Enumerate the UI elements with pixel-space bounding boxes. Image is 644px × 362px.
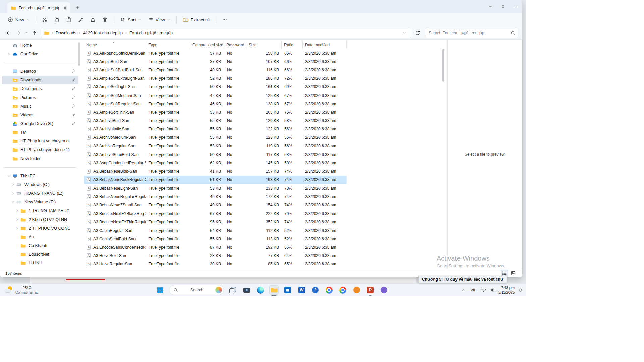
expander-chevron[interactable] [6, 86, 12, 92]
file-row[interactable]: AA3.ArchivoItalic.San TrueType font file… [84, 125, 347, 133]
language-indicator[interactable]: VIE [469, 285, 478, 295]
sidebar-item-documents[interactable]: Documents [2, 84, 78, 93]
column-header-ratio[interactable]: Ratio [282, 41, 303, 49]
sidebar-scrollbar[interactable] [78, 42, 80, 66]
sidebar-item-2-tt-phuc-vu-cong-dong[interactable]: 2 TT PHUC VU CONG DONG [2, 224, 78, 233]
recent-locations-button[interactable] [23, 28, 30, 38]
expander-chevron[interactable] [14, 260, 20, 266]
new-button[interactable]: New [5, 15, 33, 25]
sidebar-item-edusoftnet[interactable]: EdusoftNet [2, 250, 78, 259]
forward-button[interactable] [13, 28, 23, 38]
expander-chevron[interactable] [14, 208, 20, 214]
column-header-compressed-size[interactable]: Compressed size [190, 41, 224, 49]
column-header-password[interactable]: Password ... [224, 41, 246, 49]
taskbar-app-word[interactable]: W [297, 285, 306, 295]
file-row[interactable]: AA3.BoosterNextFYBlackReg-San TrueType f… [84, 209, 347, 218]
sidebar-item-new-folder[interactable]: New folder [2, 154, 78, 163]
file-row[interactable]: AA3.AmpleBold-San TrueType font file 37 … [84, 57, 347, 66]
file-row[interactable]: AA3.CabinSemiBold-San TrueType font file… [84, 235, 347, 243]
sidebar-item-h-linh[interactable]: H.LINH [2, 259, 78, 267]
sidebar-item-windows-c[interactable]: Windows (C:) [2, 180, 78, 189]
file-row[interactable]: AA3.BebasNeueZSmall-San TrueType font fi… [84, 201, 347, 209]
up-button[interactable] [30, 28, 39, 38]
taskbar-app-task-view[interactable] [228, 285, 237, 295]
column-header-date-modified[interactable]: Date modified [303, 41, 347, 49]
expander-chevron[interactable] [6, 51, 12, 57]
network-button[interactable] [481, 285, 486, 295]
expander-chevron[interactable] [10, 191, 16, 196]
taskbar-app-chrome-2[interactable] [338, 285, 347, 295]
close-button[interactable] [509, 0, 522, 13]
file-row[interactable]: AA3.AmpleSoftRegular-San TrueType font f… [84, 100, 347, 108]
sidebar-item-downloads[interactable]: Downloads [2, 76, 78, 84]
file-row[interactable]: AA3.AsapCondensedRegular-San TrueType fo… [84, 159, 347, 167]
address-input[interactable]: Downloads4129-font-chu-depzipFont chu ▯¢… [41, 28, 411, 38]
file-row[interactable]: AA3.CabinRegular-San TrueType font file … [84, 226, 347, 235]
thumbnail-view-button[interactable] [509, 270, 517, 277]
expander-chevron[interactable] [6, 77, 12, 83]
expander-chevron[interactable] [14, 252, 20, 257]
new-tab-button[interactable] [74, 4, 81, 11]
breadcrumb-segment[interactable]: Font chu ▯¢▯â –æe▯úp [128, 30, 174, 35]
paste-button[interactable] [63, 15, 74, 25]
explorer-tab[interactable]: Font chu ▯¢▯â –æe▯úp [7, 2, 70, 13]
address-dropdown-button[interactable] [400, 29, 408, 37]
delete-button[interactable] [99, 15, 111, 25]
file-row[interactable]: AA3.BebasNeueRegularRegular-San TrueType… [84, 192, 347, 201]
sort-button[interactable]: Sort [117, 15, 144, 25]
breadcrumb-segment[interactable]: 4129-font-chu-depzip [82, 31, 124, 35]
sidebar-item-2-khoa-qtvp-qlnn[interactable]: 2 Khoa QTVP QLNN [2, 215, 78, 224]
file-row[interactable]: AA3.EncodeSansCondensedRegular-... TrueT… [84, 243, 347, 251]
scrollbar-thumb[interactable] [442, 49, 444, 82]
taskbar-app-edge[interactable] [256, 285, 265, 295]
column-header-name[interactable]: Name [84, 41, 146, 49]
sidebar-item-home[interactable]: Home [2, 41, 78, 50]
file-row[interactable]: AA3.BebasNeueLight-San TrueType font fil… [84, 184, 347, 192]
taskbar-app-chrome-1[interactable] [324, 285, 334, 295]
breadcrumb-segment[interactable]: Downloads [55, 31, 77, 35]
sidebar-item-hoang-trang-e[interactable]: HOANG TRANG (E:) [2, 189, 78, 198]
sidebar-item-music[interactable]: Music [2, 102, 78, 111]
expander-chevron[interactable] [14, 234, 20, 240]
sidebar-item-tm[interactable]: TM [2, 128, 78, 137]
sidebar-item-new-volume-f[interactable]: New Volume (F:) [2, 198, 78, 206]
search-input[interactable] [429, 31, 508, 35]
taskbar-app-microsoft-store[interactable] [283, 285, 292, 295]
taskbar-app-app-dark[interactable] [242, 285, 251, 295]
file-row[interactable]: AA3.ArchivoBold-San TrueType font file 5… [84, 117, 347, 125]
expander-chevron[interactable] [14, 243, 20, 248]
expander-chevron[interactable] [6, 121, 12, 126]
start-button[interactable] [155, 285, 165, 295]
sidebar-item-co-khanh[interactable]: Co Khanh [2, 241, 78, 250]
file-row[interactable]: AA3.BebasNeueBold-San TrueType font file… [84, 167, 347, 176]
expander-chevron[interactable] [6, 147, 12, 153]
sidebar-item-ht-pl-va-chuyen-doi-so-11-images[interactable]: HT PL va chuyen doi so 11_Images [2, 145, 78, 154]
sidebar-item-1-trung-tam-phuc-vu-cong-don[interactable]: 1 TRUNG TAM PHUC VU CONG DON [2, 206, 78, 215]
more-options-button[interactable] [219, 15, 230, 25]
file-row[interactable]: AA3.HelveRegular-San TrueType font file … [84, 260, 347, 268]
expander-chevron[interactable] [6, 173, 12, 179]
expander-chevron[interactable] [6, 138, 12, 144]
sidebar-item-onedrive[interactable]: OneDrive [2, 50, 78, 58]
sidebar-item-this-pc[interactable]: This PC [2, 172, 78, 180]
view-button[interactable]: View [145, 15, 173, 25]
file-row[interactable]: AA3.AmpleSoftThin-San TrueType font file… [84, 108, 347, 116]
cut-button[interactable] [39, 15, 50, 25]
file-row[interactable]: AA3.AmpleSoftMedium-San TrueType font fi… [84, 91, 347, 100]
minimize-button[interactable] [484, 0, 497, 13]
file-list-scrollbar[interactable] [442, 41, 445, 267]
expander-chevron[interactable] [10, 182, 16, 187]
file-row[interactable]: AA3.BebasNeueBookRegular-San TrueType fo… [84, 176, 347, 184]
taskbar-app-powerpoint[interactable]: P [366, 285, 375, 295]
expander-chevron[interactable] [6, 112, 12, 118]
taskbar-app-app-orange[interactable] [352, 285, 361, 295]
copy-button[interactable] [51, 15, 62, 25]
maximize-button[interactable] [497, 0, 509, 13]
share-button[interactable] [87, 15, 99, 25]
file-row[interactable]: AA3.HelveBold-San TrueType font file 28 … [84, 252, 347, 260]
expander-chevron[interactable] [10, 199, 16, 205]
rename-button[interactable] [75, 15, 87, 25]
expander-chevron[interactable] [6, 69, 12, 74]
weather-widget[interactable]: 25°C Có mây rải rác [2, 285, 40, 295]
taskbar-app-help[interactable]: ? [311, 285, 320, 295]
